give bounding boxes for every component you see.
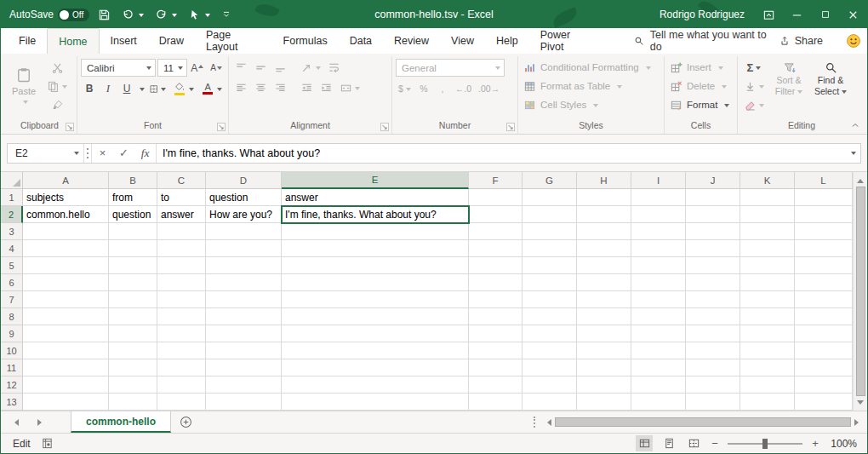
cell-K13[interactable] xyxy=(740,394,795,411)
cell-F8[interactable] xyxy=(469,308,523,325)
cell-G1[interactable] xyxy=(523,189,577,206)
minimize-button[interactable] xyxy=(783,1,811,28)
bottom-align-button[interactable] xyxy=(271,59,289,76)
row-header-5[interactable]: 5 xyxy=(1,257,23,274)
cell-B1[interactable]: from xyxy=(109,189,157,206)
cell-J5[interactable] xyxy=(686,257,740,274)
tab-scrollbar-divider[interactable] xyxy=(534,417,535,428)
format-cells-button[interactable]: Format xyxy=(668,96,734,113)
cell-K4[interactable] xyxy=(740,240,795,257)
number-format-select[interactable]: General xyxy=(396,59,505,77)
find-select-button[interactable]: Find & Select xyxy=(811,59,850,120)
font-dialog-launcher[interactable]: ↘ xyxy=(217,123,226,131)
cell-K8[interactable] xyxy=(740,308,795,325)
paste-button[interactable]: Paste xyxy=(6,57,42,113)
undo-button[interactable] xyxy=(119,7,146,23)
cell-K7[interactable] xyxy=(740,291,795,308)
cell-A1[interactable]: subjects xyxy=(23,189,109,206)
cell-J11[interactable] xyxy=(686,359,740,376)
middle-align-button[interactable] xyxy=(252,59,270,76)
cell-L9[interactable] xyxy=(795,325,853,342)
cell-L6[interactable] xyxy=(795,274,853,291)
cell-K11[interactable] xyxy=(740,359,795,376)
share-button[interactable]: Share xyxy=(779,28,823,54)
cell-J10[interactable] xyxy=(686,342,740,359)
cell-A12[interactable] xyxy=(23,376,109,394)
cell-C8[interactable] xyxy=(157,308,206,325)
cell-L7[interactable] xyxy=(795,291,853,308)
cell-D3[interactable] xyxy=(206,223,282,240)
decrease-indent-button[interactable] xyxy=(298,79,316,96)
italic-button[interactable]: I xyxy=(100,80,117,97)
cell-B5[interactable] xyxy=(109,257,157,274)
collapse-ribbon-button[interactable] xyxy=(850,120,860,130)
cell-F12[interactable] xyxy=(469,376,523,394)
zoom-slider[interactable] xyxy=(728,443,802,445)
copy-button[interactable] xyxy=(44,78,70,95)
scroll-up-button[interactable] xyxy=(854,172,867,186)
increase-indent-button[interactable] xyxy=(317,79,335,96)
cell-I10[interactable] xyxy=(631,342,686,359)
cell-D5[interactable] xyxy=(206,257,282,274)
cell-B8[interactable] xyxy=(109,308,157,325)
row-header-10[interactable]: 10 xyxy=(1,342,23,359)
column-header-E[interactable]: E xyxy=(282,172,469,189)
font-color-button[interactable]: A xyxy=(198,80,225,97)
row-header-6[interactable]: 6 xyxy=(1,274,23,291)
page-layout-view-button[interactable] xyxy=(660,435,677,451)
cell-A6[interactable] xyxy=(23,274,109,291)
cell-H2[interactable] xyxy=(577,206,631,223)
tab-draw[interactable]: Draw xyxy=(148,28,195,54)
tab-review[interactable]: Review xyxy=(383,28,440,54)
cell-G8[interactable] xyxy=(523,308,577,325)
cell-E7[interactable] xyxy=(282,291,469,308)
cell-D10[interactable] xyxy=(206,342,282,359)
cell-I13[interactable] xyxy=(631,394,686,411)
previous-sheet-button[interactable] xyxy=(11,419,19,426)
column-header-A[interactable]: A xyxy=(23,172,109,189)
cell-G12[interactable] xyxy=(523,376,577,394)
cell-E11[interactable] xyxy=(282,359,469,376)
enter-button[interactable]: ✓ xyxy=(113,144,134,163)
insert-cells-button[interactable]: Insert xyxy=(668,59,734,76)
cell-K10[interactable] xyxy=(740,342,795,359)
tab-help[interactable]: Help xyxy=(485,28,529,54)
formula-input[interactable]: I'm fine, thanks. What about you? xyxy=(157,144,843,163)
cell-H1[interactable] xyxy=(577,189,631,206)
cell-C5[interactable] xyxy=(157,257,206,274)
clear-button[interactable] xyxy=(741,96,767,113)
cell-G7[interactable] xyxy=(523,291,577,308)
cell-G10[interactable] xyxy=(523,342,577,359)
cell-H11[interactable] xyxy=(577,359,631,376)
cell-E2[interactable]: I'm fine, thanks. What about you? xyxy=(282,206,469,223)
cell-D12[interactable] xyxy=(206,376,282,394)
format-as-table-button[interactable]: Format as Table xyxy=(522,78,660,95)
column-header-C[interactable]: C xyxy=(157,172,206,189)
comma-style-button[interactable]: , xyxy=(434,80,451,97)
cell-J3[interactable] xyxy=(686,223,740,240)
cell-C2[interactable]: answer xyxy=(157,206,206,223)
cell-I1[interactable] xyxy=(631,189,686,206)
cell-B9[interactable] xyxy=(109,325,157,342)
cell-J9[interactable] xyxy=(686,325,740,342)
cell-F1[interactable] xyxy=(469,189,523,206)
cell-A9[interactable] xyxy=(23,325,109,342)
cell-E9[interactable] xyxy=(282,325,469,342)
next-sheet-button[interactable] xyxy=(37,419,45,426)
select-all-button[interactable] xyxy=(1,172,23,189)
cell-C9[interactable] xyxy=(157,325,206,342)
tab-file[interactable]: File xyxy=(8,28,47,54)
row-header-2[interactable]: 2 xyxy=(1,206,23,223)
ribbon-display-options-button[interactable] xyxy=(755,1,783,28)
cell-J8[interactable] xyxy=(686,308,740,325)
cell-B7[interactable] xyxy=(109,291,157,308)
vertical-scrollbar[interactable] xyxy=(853,172,867,411)
cell-B11[interactable] xyxy=(109,359,157,376)
cell-J13[interactable] xyxy=(686,394,740,411)
number-dialog-launcher[interactable]: ↘ xyxy=(506,123,515,131)
cell-A7[interactable] xyxy=(23,291,109,308)
scroll-right-button[interactable] xyxy=(851,411,865,433)
cell-L4[interactable] xyxy=(795,240,853,257)
cell-F6[interactable] xyxy=(469,274,523,291)
cell-H10[interactable] xyxy=(577,342,631,359)
